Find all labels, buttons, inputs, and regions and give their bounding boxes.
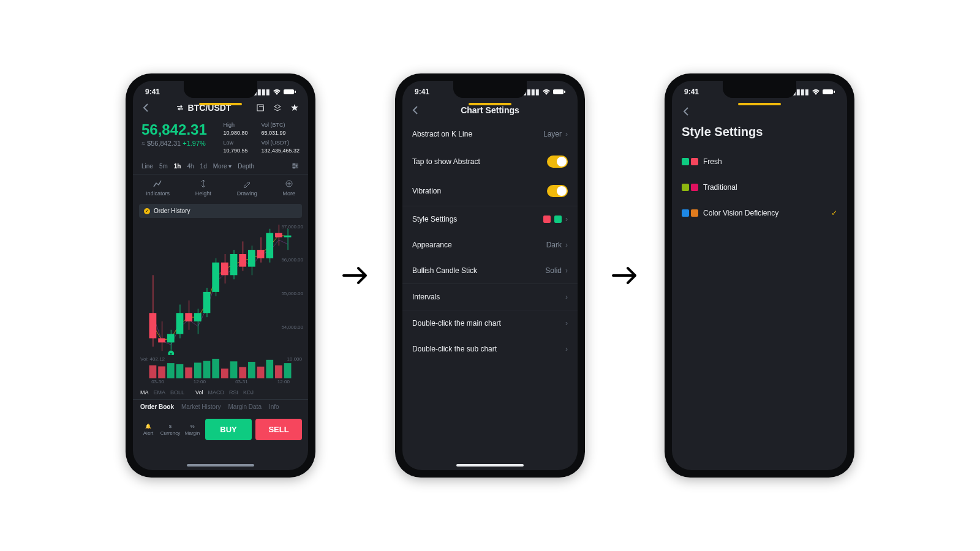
chevron-right-icon: › xyxy=(565,266,568,275)
swap-icon xyxy=(176,103,184,112)
ind-ema[interactable]: EMA xyxy=(154,389,166,395)
status-time: 9:41 xyxy=(684,88,699,96)
volume-chart[interactable]: Vol: 402.12 10.000 03-30 12:00 03-31 12:… xyxy=(137,355,304,386)
tf-4h[interactable]: 4h xyxy=(187,163,194,170)
row-appearance[interactable]: Appearance Dark› xyxy=(402,232,578,258)
phone-chart-settings: 9:41 ▮▮▮▮ Chart Settings Abstract on K L… xyxy=(395,73,585,478)
tab-info[interactable]: Info xyxy=(269,403,279,410)
toggle-on[interactable] xyxy=(547,156,568,168)
buy-button[interactable]: BUY xyxy=(205,419,252,440)
swatch-green xyxy=(554,216,562,223)
swatch-blue xyxy=(682,209,689,217)
swatch-orange xyxy=(691,209,698,217)
candlestick-chart[interactable]: B54,123.32 57,000.00 56,000.00 55,000.00… xyxy=(137,220,304,355)
row-tap-abstract[interactable]: Tap to show Abstract xyxy=(402,147,578,176)
battery-icon xyxy=(284,89,296,95)
swatch-magenta xyxy=(691,184,698,191)
tab-margin-data[interactable]: Margin Data xyxy=(228,403,261,410)
status-icons: ▮▮▮▮ xyxy=(522,88,565,96)
svg-rect-50 xyxy=(221,369,228,378)
x-tick: 12:00 xyxy=(194,379,206,384)
svg-rect-60 xyxy=(823,89,833,94)
home-indicator[interactable] xyxy=(456,464,524,467)
style-header xyxy=(672,103,847,125)
tf-1d[interactable]: 1d xyxy=(200,163,207,170)
external-icon[interactable] xyxy=(255,103,265,113)
phone-trading: 9:41 ▮▮▮▮ BTC/USDT xyxy=(126,73,315,478)
svg-rect-53 xyxy=(248,362,255,378)
mini-alert[interactable]: 🔔Alert xyxy=(139,424,157,436)
tool-height[interactable]: Height xyxy=(195,179,211,197)
star-icon[interactable] xyxy=(290,103,300,113)
settings-icon[interactable] xyxy=(291,162,300,170)
layers-icon[interactable] xyxy=(273,103,282,113)
tf-depth[interactable]: Depth xyxy=(238,163,254,170)
vol-label: Vol: 402.12 xyxy=(140,356,165,362)
back-icon[interactable] xyxy=(141,103,151,113)
chevron-right-icon: › xyxy=(565,241,568,249)
row-dc-main[interactable]: Double-click the main chart › xyxy=(402,310,578,336)
trading-screen: 9:41 ▮▮▮▮ BTC/USDT xyxy=(133,81,308,470)
y-tick: 55,000.00 xyxy=(281,291,303,296)
tab-orderbook[interactable]: Order Book xyxy=(140,403,174,410)
opt-cvd[interactable]: Color Vision Deficiency ✓ xyxy=(672,200,847,226)
order-history-banner[interactable]: ✓ Order History xyxy=(139,204,302,218)
opt-fresh[interactable]: Fresh xyxy=(672,149,847,174)
back-icon[interactable] xyxy=(411,105,421,115)
opt-traditional[interactable]: Traditional xyxy=(672,174,847,200)
tf-1h[interactable]: 1h xyxy=(174,163,181,170)
settings-header: Chart Settings xyxy=(402,103,578,121)
back-icon[interactable] xyxy=(682,107,692,116)
settings-title: Chart Settings xyxy=(421,105,559,115)
tf-line[interactable]: Line xyxy=(141,163,153,170)
vol-scale: 10.000 xyxy=(287,356,302,362)
tf-more[interactable]: More ▾ xyxy=(213,163,232,170)
price-block: 56,842.31 ≈ $56,842.31 +1.97% High10,980… xyxy=(133,118,308,158)
swatch-green xyxy=(682,158,689,165)
row-style-settings[interactable]: Style Settings › xyxy=(402,206,578,232)
svg-rect-0 xyxy=(284,89,294,94)
tab-market-history[interactable]: Market History xyxy=(181,403,221,410)
notch-pill xyxy=(738,103,781,105)
chevron-right-icon: › xyxy=(565,215,568,223)
mini-margin[interactable]: %Margin xyxy=(183,424,202,436)
svg-rect-14 xyxy=(176,313,184,334)
row-abstract[interactable]: Abstract on K Line Layer› xyxy=(402,121,578,147)
mini-currency[interactable]: $Currency xyxy=(161,424,179,436)
ind-boll[interactable]: BOLL xyxy=(170,389,184,395)
battery-icon xyxy=(553,89,565,95)
ind-macd[interactable]: MACD xyxy=(208,389,225,395)
market-tabs: Order Book Market History Margin Data In… xyxy=(133,399,308,414)
timeframe-row: Line 5m 1h 4h 1d More ▾ Depth xyxy=(133,158,308,174)
svg-rect-30 xyxy=(248,250,255,268)
svg-rect-48 xyxy=(203,361,211,378)
y-tick: 57,000.00 xyxy=(281,224,303,230)
flow-arrow-icon xyxy=(609,260,640,291)
row-bullish[interactable]: Bullish Candle Stick Solid› xyxy=(402,258,578,284)
row-dc-sub[interactable]: Double-click the sub chart › xyxy=(402,336,578,362)
svg-rect-26 xyxy=(230,254,238,275)
svg-rect-36 xyxy=(275,233,282,238)
svg-rect-49 xyxy=(212,359,219,378)
bottom-action-bar: 🔔Alert $Currency %Margin BUY SELL xyxy=(133,414,308,445)
ind-kdj[interactable]: KDJ xyxy=(243,389,254,395)
chevron-right-icon: › xyxy=(565,345,568,353)
svg-rect-58 xyxy=(553,89,564,94)
svg-rect-32 xyxy=(257,250,265,259)
tf-5m[interactable]: 5m xyxy=(159,163,168,170)
svg-rect-8 xyxy=(149,313,157,339)
svg-rect-57 xyxy=(284,363,292,378)
chart-settings-screen: 9:41 ▮▮▮▮ Chart Settings Abstract on K L… xyxy=(402,81,578,470)
row-vibration[interactable]: Vibration xyxy=(402,176,578,206)
status-icons: ▮▮▮▮ xyxy=(253,88,296,96)
tool-indicators[interactable]: Indicators xyxy=(146,179,170,197)
tool-drawing[interactable]: Drawing xyxy=(237,179,257,197)
tool-more[interactable]: More xyxy=(283,179,296,197)
toggle-on[interactable] xyxy=(547,185,568,197)
ind-rsi[interactable]: RSI xyxy=(229,389,238,395)
ind-vol[interactable]: Vol xyxy=(195,389,203,395)
home-indicator[interactable] xyxy=(187,464,254,467)
ind-ma[interactable]: MA xyxy=(140,389,149,395)
row-intervals[interactable]: Intervals › xyxy=(402,284,578,310)
sell-button[interactable]: SELL xyxy=(255,419,302,440)
